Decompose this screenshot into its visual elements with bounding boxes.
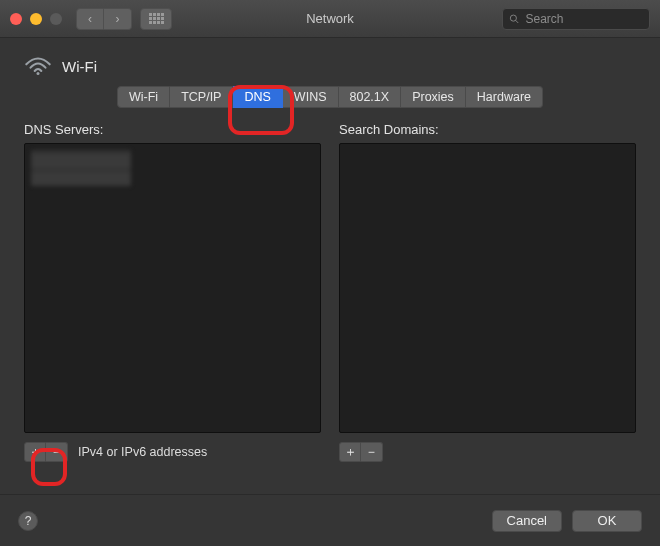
dns-add-remove: ＋ － [24,442,68,462]
grid-icon [149,13,164,24]
minimize-window-button[interactable] [30,13,42,25]
search-add-button[interactable]: ＋ [339,442,361,462]
dns-add-button[interactable]: ＋ [24,442,46,462]
dns-servers-label: DNS Servers: [24,122,321,137]
forward-button[interactable]: › [104,8,132,30]
zoom-window-button[interactable] [50,13,62,25]
back-button[interactable]: ‹ [76,8,104,30]
search-icon [509,13,520,25]
tab-dns[interactable]: DNS [233,86,282,108]
search-domains-list[interactable] [339,143,636,433]
search-remove-button[interactable]: － [361,442,383,462]
section-header: Wi-Fi [0,38,660,86]
search-domains-panel: Search Domains: ＋ － [339,122,636,463]
svg-point-0 [510,15,516,21]
tab-tcpip[interactable]: TCP/IP [170,86,233,108]
dns-servers-list[interactable] [24,143,321,433]
panels: DNS Servers: ＋ － IPv4 or IPv6 addresses … [0,122,660,463]
bottom-bar: ? Cancel OK [0,494,660,546]
nav-buttons: ‹ › [76,8,132,30]
ok-button[interactable]: OK [572,510,642,532]
dns-panel: DNS Servers: ＋ － IPv4 or IPv6 addresses [24,122,321,463]
dns-panel-footer: ＋ － IPv4 or IPv6 addresses [24,441,321,463]
cancel-button[interactable]: Cancel [492,510,562,532]
dns-remove-button[interactable]: － [46,442,68,462]
help-button[interactable]: ? [18,511,38,531]
search-panel-footer: ＋ － [339,441,636,463]
window-controls [10,13,62,25]
section-title: Wi-Fi [62,58,97,75]
tab-bar: Wi-Fi TCP/IP DNS WINS 802.1X Proxies Har… [0,86,660,122]
search-domains-label: Search Domains: [339,122,636,137]
tab-wifi[interactable]: Wi-Fi [117,86,170,108]
dns-entry-redacted [31,150,131,186]
tab-8021x[interactable]: 802.1X [339,86,402,108]
search-add-remove: ＋ － [339,442,383,462]
search-input[interactable] [526,12,643,26]
tab-wins[interactable]: WINS [283,86,339,108]
svg-point-2 [37,72,40,75]
show-all-button[interactable] [140,8,172,30]
dns-caption: IPv4 or IPv6 addresses [78,445,207,459]
tab-proxies[interactable]: Proxies [401,86,466,108]
window-title: Network [306,11,354,26]
svg-line-1 [516,20,519,23]
close-window-button[interactable] [10,13,22,25]
titlebar: ‹ › Network [0,0,660,38]
tab-hardware[interactable]: Hardware [466,86,543,108]
wifi-icon [24,56,52,76]
search-field[interactable] [502,8,650,30]
